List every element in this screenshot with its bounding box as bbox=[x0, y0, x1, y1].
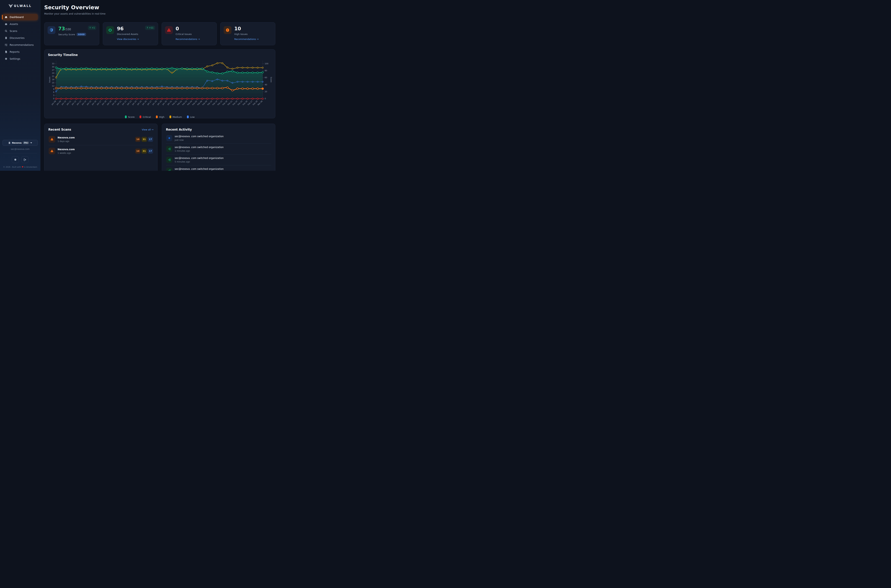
svg-text:Feb 04: Feb 04 bbox=[187, 100, 192, 106]
security-timeline-panel: Security Timeline 0369121518212427303302… bbox=[44, 50, 275, 118]
stat-card-link[interactable]: View discoveries → bbox=[117, 38, 139, 40]
svg-text:Feb 05: Feb 05 bbox=[192, 100, 198, 106]
stat-card-link[interactable]: Recommendations → bbox=[176, 38, 200, 40]
stat-value: 96 bbox=[117, 26, 124, 32]
stat-label: Security Score bbox=[58, 33, 75, 36]
svg-text:Jan 25: Jan 25 bbox=[136, 100, 142, 106]
scan-warning-icon bbox=[49, 148, 55, 154]
checklist-icon bbox=[4, 44, 8, 46]
stat-cards-row: 73/100Security ScoreGOOD↑ +196Discovered… bbox=[44, 22, 275, 45]
recent-activity-panel: Recent Activity sec@nexova .com switched… bbox=[162, 124, 275, 171]
stat-card-discovered-assets: 96Discovered AssetsView discoveries →↑ +… bbox=[103, 22, 158, 45]
svg-text:Jan 14: Jan 14 bbox=[81, 100, 87, 106]
svg-text:Jan 29: Jan 29 bbox=[157, 100, 162, 106]
building-icon bbox=[8, 142, 11, 144]
logout-icon bbox=[24, 158, 27, 161]
legend-item-low[interactable]: Low bbox=[187, 116, 195, 118]
eye-icon bbox=[106, 26, 114, 34]
svg-text:Feb 10: Feb 10 bbox=[207, 100, 213, 106]
legend-label: Critical bbox=[143, 116, 151, 118]
sidebar-item-recommendations[interactable]: Recommendations bbox=[3, 42, 38, 48]
svg-text:27: 27 bbox=[52, 69, 54, 71]
delta-badge: ↑ +1 bbox=[88, 26, 96, 30]
briefcase-icon bbox=[4, 22, 8, 26]
svg-text:Jan 22: Jan 22 bbox=[122, 100, 127, 106]
sidebar-item-reports[interactable]: Reports bbox=[3, 49, 38, 55]
recent-activity-title: Recent Activity bbox=[166, 128, 192, 131]
stat-label: Critical Issues bbox=[176, 33, 192, 36]
delta-badge: ↑ +11 bbox=[145, 26, 155, 30]
legend-swatch bbox=[125, 116, 127, 118]
svg-text:Feb 02: Feb 02 bbox=[177, 100, 183, 106]
stat-card-link[interactable]: Recommendations → bbox=[234, 38, 259, 40]
status-badge: GOOD bbox=[76, 33, 86, 36]
report-icon bbox=[4, 50, 8, 53]
page-subtitle: Monitor your assets and vulnerabilities … bbox=[44, 12, 275, 15]
svg-text:Feb 21: Feb 21 bbox=[227, 100, 233, 106]
medium-count-badge: 31 bbox=[141, 148, 147, 154]
login-icon bbox=[166, 168, 172, 171]
sidebar-item-scans[interactable]: Scans bbox=[3, 28, 38, 34]
security-timeline-chart: 03691215182124273033020406080100Jan 08Ja… bbox=[48, 59, 272, 115]
svg-text:0: 0 bbox=[265, 98, 266, 100]
svg-text:Feb 01: Feb 01 bbox=[172, 100, 177, 106]
home-icon bbox=[4, 16, 8, 18]
svg-text:Jan 27: Jan 27 bbox=[147, 100, 152, 106]
org-name: Nexova bbox=[12, 141, 21, 144]
heart-icon: ♥ bbox=[21, 166, 23, 168]
svg-text:18: 18 bbox=[52, 78, 54, 81]
sidebar-item-dashboard[interactable]: Dashboard bbox=[3, 14, 38, 20]
stat-value: 0 bbox=[176, 26, 179, 32]
recent-scans-panel: Recent Scans View all → Nexova.com1 days… bbox=[44, 124, 158, 171]
sidebar-item-discoveries[interactable]: Discoveries bbox=[3, 35, 38, 41]
logout-button[interactable] bbox=[21, 156, 28, 163]
legend-item-high[interactable]: High bbox=[156, 116, 165, 118]
svg-text:12: 12 bbox=[52, 85, 54, 87]
brand-wordmark: ULWALL bbox=[14, 4, 32, 8]
svg-text:Feb 25: Feb 25 bbox=[237, 100, 243, 106]
sidebar-item-label: Reports bbox=[10, 50, 20, 53]
chevron-down-icon bbox=[30, 142, 32, 143]
sidebar-item-assets[interactable]: Assets bbox=[3, 21, 38, 27]
svg-text:Jan 18: Jan 18 bbox=[101, 100, 107, 106]
legend-item-medium[interactable]: Medium bbox=[170, 116, 182, 118]
svg-text:0: 0 bbox=[53, 98, 54, 100]
legend-item-critical[interactable]: Critical bbox=[140, 116, 151, 118]
high-count-badge: 10 bbox=[135, 137, 140, 142]
svg-text:21: 21 bbox=[52, 75, 54, 78]
scan-time: 1 days ago bbox=[57, 140, 75, 142]
sidebar-item-settings[interactable]: Settings bbox=[3, 56, 38, 62]
scan-row[interactable]: Nexova.com1 weeks ago103117 bbox=[48, 145, 153, 157]
scan-domain: Nexova.com bbox=[57, 148, 75, 151]
legend-label: Low bbox=[190, 116, 195, 118]
svg-text:Jan 13: Jan 13 bbox=[76, 100, 82, 106]
activity-text: sec@nexova .com switched organization bbox=[175, 157, 224, 159]
svg-text:Jan 21: Jan 21 bbox=[116, 100, 122, 106]
page-title: Security Overview bbox=[44, 4, 275, 10]
gear-icon bbox=[4, 57, 8, 60]
scan-row[interactable]: Nexova.com1 days ago103117 bbox=[48, 134, 153, 145]
scan-warning-icon bbox=[49, 136, 55, 142]
legend-item-score[interactable]: Score bbox=[125, 116, 135, 118]
org-selector-button[interactable]: Nexova Pro bbox=[3, 140, 38, 146]
svg-text:15: 15 bbox=[52, 82, 54, 84]
legend-label: Medium bbox=[172, 116, 182, 118]
svg-text:Feb 15: Feb 15 bbox=[217, 100, 223, 106]
svg-text:Feb 18: Feb 18 bbox=[222, 100, 228, 106]
sidebar-item-label: Assets bbox=[10, 22, 18, 26]
critical-triangle-icon bbox=[165, 26, 173, 34]
view-all-scans-link[interactable]: View all → bbox=[142, 128, 153, 131]
svg-text:60: 60 bbox=[265, 76, 267, 79]
database-icon bbox=[4, 36, 8, 39]
scan-domain: Nexova.com bbox=[57, 136, 75, 139]
high-count-badge: 10 bbox=[135, 148, 140, 154]
svg-text:Jan 20: Jan 20 bbox=[111, 100, 117, 106]
activity-time: just now bbox=[175, 139, 224, 141]
svg-text:24: 24 bbox=[52, 72, 54, 74]
svg-text:33: 33 bbox=[52, 63, 54, 65]
svg-text:Score: Score bbox=[270, 77, 272, 82]
legend-label: High bbox=[159, 116, 165, 118]
settings-button[interactable] bbox=[12, 156, 19, 163]
svg-text:3: 3 bbox=[53, 94, 54, 97]
sidebar-footer: © 2026 - Built with ♥ in Amsterdam bbox=[3, 166, 38, 168]
